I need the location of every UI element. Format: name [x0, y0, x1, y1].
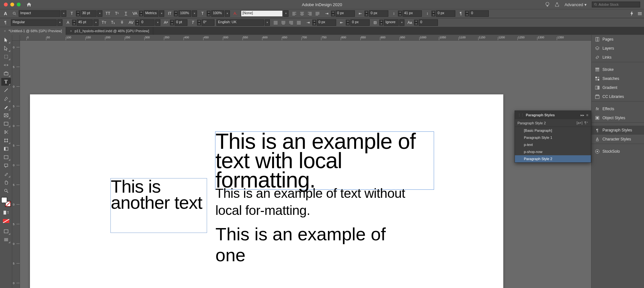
space-before-stepper[interactable]: ▴▾ [398, 11, 402, 16]
kerning-dropdown[interactable]: ▾ [159, 10, 164, 17]
panel-tab-para[interactable]: ¶Paragraph Styles [592, 126, 644, 135]
ruler-origin[interactable] [12, 35, 20, 41]
tracking-dropdown[interactable]: ▾ [155, 19, 160, 26]
panel-tab-solo[interactable]: StockSolo [592, 147, 644, 156]
font-style-dropdown[interactable]: ▾ [57, 19, 62, 26]
pen-tool[interactable] [1, 95, 11, 102]
hand-tool[interactable] [1, 178, 11, 186]
paragraph-style-item[interactable]: [Basic Paragraph] [515, 127, 591, 134]
type-format-icon[interactable]: A [2, 10, 9, 17]
align-center-button[interactable] [298, 10, 306, 17]
hscale-input[interactable]: 100% [211, 10, 224, 17]
panel-menu-icon[interactable]: ≡ [586, 113, 588, 117]
paragraph-styles-panel[interactable]: ⋮⋮ Paragraph Styles ▸▸ ≡ Paragraph Style… [515, 110, 591, 163]
strikethrough-icon[interactable]: T [118, 19, 126, 26]
auto-leading-stepper[interactable]: ▴▾ [379, 20, 383, 25]
text-frame[interactable]: This is an example of text without local… [215, 185, 421, 220]
page-tool[interactable] [1, 53, 11, 61]
panel-tab-gradient[interactable]: Gradient [592, 83, 644, 92]
leading-input[interactable]: 45 pt [77, 19, 93, 26]
canvas-area[interactable]: 0501001502002503003504004505005506006507… [12, 35, 591, 288]
line-tool[interactable] [1, 86, 11, 94]
panel-tab-char[interactable]: ACharacter Styles [592, 135, 644, 144]
vertical-ruler[interactable]: 0505050505050 [12, 41, 20, 288]
text-frame[interactable]: This is another text [110, 178, 207, 233]
dropcap-lines-input[interactable]: 0 [469, 10, 489, 17]
panel-tab-stroke[interactable]: Stroke [592, 65, 644, 74]
clear-override-icon[interactable]: ¶⁺ [584, 121, 588, 125]
content-collector-tool[interactable] [1, 70, 11, 77]
superscript-icon[interactable]: T¹ [113, 10, 120, 17]
panel-tab-obj[interactable]: Object Styles [592, 113, 644, 122]
first-indent-stepper[interactable]: ▴▾ [312, 20, 316, 25]
home-icon[interactable] [26, 2, 32, 7]
rectangle-frame-tool[interactable] [1, 111, 11, 119]
dropcap-chars-input[interactable]: 0 [419, 19, 438, 26]
note-tool[interactable] [1, 162, 11, 169]
window-minimize-button[interactable] [10, 3, 14, 6]
font-family-input[interactable]: Impact [19, 10, 61, 17]
space-after-input[interactable]: 0 px [436, 10, 455, 17]
paragraph-style-item[interactable]: p-text [515, 141, 591, 148]
gradient-feather-tool[interactable] [1, 153, 11, 161]
close-tab-icon[interactable]: × [70, 29, 72, 33]
last-indent-input[interactable]: 0 px [350, 19, 370, 26]
gap-tool[interactable] [1, 61, 11, 69]
new-style-override-icon[interactable]: [a+] [576, 121, 582, 125]
right-indent-stepper[interactable]: ▴▾ [365, 11, 368, 16]
formatting-container-icon[interactable]: T [1, 209, 11, 216]
dropcap-chars-stepper[interactable]: ▴▾ [414, 20, 418, 25]
allcaps-icon[interactable]: TT [104, 10, 111, 17]
apply-color-icon[interactable] [1, 217, 11, 225]
window-close-button[interactable] [4, 3, 8, 6]
horizontal-ruler[interactable]: 0501001502002503003504004505005506006507… [20, 35, 591, 41]
paragraph-style-item[interactable]: p-shop-now [515, 148, 591, 155]
vscale-stepper[interactable]: ▴▾ [174, 11, 178, 16]
baseline-stepper[interactable]: ▴▾ [170, 20, 174, 25]
char-style-input[interactable]: [None] [241, 10, 283, 17]
vscale-input[interactable]: 100% [178, 10, 191, 17]
eyedropper-tool[interactable] [1, 170, 11, 178]
panel-header[interactable]: ⋮⋮ Paragraph Styles ▸▸ ≡ [515, 111, 591, 119]
subscript-icon[interactable]: T₁ [109, 19, 117, 26]
font-size-dropdown[interactable]: ▾ [97, 10, 102, 17]
selection-tool[interactable] [1, 36, 11, 44]
baseline-input[interactable]: 0 pt [175, 19, 187, 26]
hyphenation-dropdown[interactable]: ▾ [399, 19, 404, 26]
font-size-input[interactable]: 30 pt [80, 10, 97, 17]
space-after-stepper[interactable]: ▴▾ [431, 11, 435, 16]
language-input[interactable]: English: UK [216, 19, 264, 26]
justify-button[interactable] [314, 10, 321, 17]
zoom-tool[interactable] [1, 187, 11, 195]
font-family-dropdown[interactable]: ▾ [61, 10, 66, 17]
direct-selection-tool[interactable] [1, 44, 11, 52]
leading-stepper[interactable]: ▴▾ [72, 20, 76, 25]
document-tab[interactable]: × p11_hpslots-edited.indd @ 46% [GPU Pre… [66, 27, 153, 35]
adobe-stock-search[interactable]: Adobe Stock [592, 2, 640, 7]
quick-apply-icon[interactable] [630, 11, 634, 16]
justify-left-button[interactable] [272, 19, 279, 26]
last-indent-stepper[interactable]: ▴▾ [346, 20, 350, 25]
control-menu-icon[interactable] [638, 11, 642, 16]
vscale-dropdown[interactable]: ▾ [192, 10, 197, 17]
paragraph-style-item[interactable]: Paragraph Style 1 [515, 134, 591, 141]
gradient-swatch-tool[interactable] [1, 145, 11, 153]
right-indent-input[interactable]: 0 px [369, 10, 388, 17]
pencil-tool[interactable] [1, 103, 11, 111]
tracking-stepper[interactable]: ▴▾ [135, 20, 139, 25]
dropcap-lines-stepper[interactable]: ▴▾ [465, 11, 469, 16]
scissors-tool[interactable] [1, 128, 11, 136]
view-mode-icon[interactable] [1, 227, 11, 235]
fill-stroke-swatch[interactable] [1, 197, 11, 207]
skew-input[interactable]: 0° [202, 19, 214, 26]
skew-stepper[interactable]: ▴▾ [197, 20, 201, 25]
font-style-input[interactable]: Regular [11, 19, 57, 26]
underline-icon[interactable]: T [122, 10, 129, 17]
free-transform-tool[interactable] [1, 137, 11, 144]
hscale-dropdown[interactable]: ▾ [225, 10, 230, 17]
rectangle-tool[interactable] [1, 120, 11, 128]
panel-tab-cc[interactable]: CC Libraries [592, 92, 644, 101]
language-dropdown[interactable]: ▾ [265, 19, 270, 26]
justify-all-button[interactable] [295, 19, 303, 26]
align-left-button[interactable] [290, 10, 298, 17]
